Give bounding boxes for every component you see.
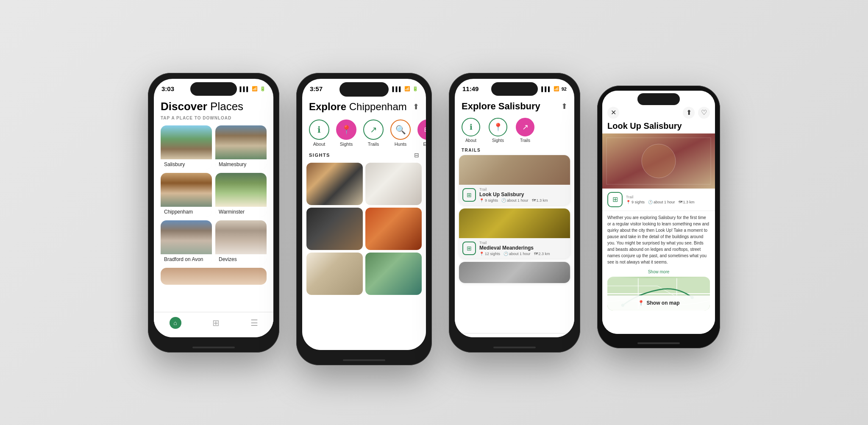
home-indicator-3 (493, 347, 536, 348)
screen-4: ✕ ⬆ ♡ Look Up Salisbury (602, 91, 715, 334)
explore-normal: Chippenham (346, 101, 407, 112)
sight-card-2[interactable] (365, 163, 422, 205)
tab-sights[interactable]: 📍 Sights (336, 119, 356, 147)
home-indicator-2 (343, 359, 385, 361)
filter-icon[interactable]: ⊟ (414, 152, 419, 158)
discover-screen: Discover Places TAP A PLACE TO DOWNLOAD … (154, 100, 273, 337)
place-label-bradford: Bradford on Avon (161, 254, 212, 264)
place-label-malmesbury: Malmesbury (215, 159, 267, 169)
hero-svg (602, 133, 715, 189)
place-card-bradford[interactable]: Bradford on Avon (161, 220, 212, 264)
trail-img-2 (459, 208, 570, 238)
place-img-salisbury (161, 125, 212, 159)
sal-sights-icon: 📍 (489, 118, 507, 136)
place-img-chippenham (161, 173, 212, 207)
tab-events-label: Ev... (423, 142, 426, 147)
sight-img-1 (306, 163, 363, 205)
sal-header: Explore Salisbury ⬆ (455, 99, 574, 114)
sight-card-6[interactable] (365, 253, 422, 295)
trail-card-3[interactable] (459, 262, 570, 283)
trail-img-1 (459, 155, 570, 185)
home-indicator-1 (192, 347, 235, 348)
place-card-warminster[interactable]: Warminster (215, 173, 267, 217)
sight-img-2 (365, 163, 422, 205)
trails-icon: ↗ (363, 119, 384, 140)
place-card-chippenham[interactable]: Chippenham (161, 173, 212, 217)
tab-about[interactable]: ℹ About (309, 119, 329, 147)
trail-time-1: 🕐 about 1 hour (501, 198, 529, 203)
trail-time-2: 🕐 about 1 hour (504, 252, 531, 256)
sal-tab-trails[interactable]: ↗ Trails (516, 118, 534, 143)
nav-grid[interactable]: ⊞ (212, 318, 220, 328)
tab-events[interactable]: Ev Ev... (417, 119, 426, 147)
sight-card-1[interactable] (306, 163, 363, 205)
home-indicator-4 (637, 342, 680, 344)
status-icons-1: ▌▌▌ 📶 🔋 (240, 86, 266, 92)
sal-sights-label: Sights (492, 138, 504, 143)
sal-title: Explore Salisbury (462, 101, 540, 112)
signal-icon-2: ▌▌▌ (392, 86, 402, 92)
share-button[interactable]: ⬆ (413, 102, 419, 111)
place-img-bradford (161, 220, 212, 254)
trail-name-1: Look Up Salisbury (479, 192, 567, 197)
share-button-detail[interactable]: ⬆ (683, 107, 695, 119)
sight-card-3[interactable] (306, 208, 363, 250)
trail-sights-2: 📍 12 sights (479, 252, 500, 256)
sight-card-4[interactable] (365, 208, 422, 250)
map-preview[interactable]: 📍 Show on map (607, 277, 710, 311)
show-on-map-label: Show on map (647, 300, 680, 306)
dynamic-island-4 (637, 93, 680, 105)
place-card-salisbury[interactable]: Salisbury (161, 125, 212, 169)
wifi-icon: 📶 (252, 86, 258, 92)
show-on-map-button[interactable]: 📍 Show on map (607, 295, 710, 311)
detail-trail-meta: 📍 9 sights 🕐 about 1 hour 🗺 1.3 km (626, 200, 695, 204)
home-icon: ⌂ (170, 317, 181, 329)
sal-share-btn[interactable]: ⬆ (561, 102, 568, 111)
explore-chippenham-screen: Explore Chippenham ⬆ ℹ About 📍 Sights ↗ … (302, 99, 426, 350)
detail-trail-details: Trail 📍 9 sights 🕐 about 1 hour 🗺 1.3 km (626, 195, 695, 204)
battery-icon: 🔋 (260, 86, 266, 92)
discover-bold: Discover (161, 100, 207, 113)
discover-subtitle: TAP A PLACE TO DOWNLOAD (161, 116, 267, 120)
screen-2: 3:57 ▌▌▌ 📶 🔋 Explore Chippenham ⬆ ℹ (302, 79, 426, 350)
phone-3: 11:49 ▌▌▌ 📶 92 Explore Salisbury ⬆ ℹ Abo… (449, 73, 580, 353)
screen-3: 11:49 ▌▌▌ 📶 92 Explore Salisbury ⬆ ℹ Abo… (455, 79, 574, 337)
detail-top-actions: ⬆ ♡ (683, 107, 710, 119)
svg-point-2 (642, 144, 676, 178)
detail-trail-type: Trail (626, 195, 695, 199)
time-1: 3:03 (161, 85, 174, 92)
battery-icon-2: 🔋 (412, 86, 418, 92)
detail-hero-image (602, 133, 715, 189)
place-card-devizes[interactable]: Devizes (215, 220, 267, 264)
place-card-malmesbury[interactable]: Malmesbury (215, 125, 267, 169)
nav-home[interactable]: ⌂ (170, 317, 181, 329)
favorite-button[interactable]: ♡ (698, 107, 710, 119)
wifi-icon-3: 📶 (554, 86, 559, 92)
show-more-button[interactable]: Show more (602, 269, 715, 277)
trail-img-3 (459, 262, 570, 283)
place-img-partial (161, 268, 267, 285)
sal-tab-about[interactable]: ℹ About (462, 118, 480, 143)
sight-img-3 (306, 208, 363, 250)
wifi-icon-2: 📶 (404, 86, 410, 92)
trail-card-2[interactable]: ⊞ Trail Medieval Meanderings 📍 12 sights… (459, 208, 570, 258)
trail-card-1[interactable]: ⊞ Trail Look Up Salisbury 📍 9 sights 🕐 a… (459, 155, 570, 205)
tab-trails[interactable]: ↗ Trails (363, 119, 384, 147)
place-label-warminster: Warminster (215, 207, 267, 217)
detail-dist: 🗺 1.3 km (679, 200, 695, 204)
trail-dist-1: 🗺 1.3 km (532, 198, 548, 203)
detail-sights: 📍 9 sights (626, 200, 645, 204)
close-button[interactable]: ✕ (607, 107, 619, 119)
trail-dist-2: 🗺 2.3 km (534, 252, 550, 256)
trail-name-2: Medieval Meanderings (479, 245, 567, 251)
place-label-chippenham: Chippenham (161, 207, 212, 217)
tab-hunts[interactable]: 🔍 Hunts (390, 119, 411, 147)
place-img-malmesbury (215, 125, 267, 159)
status-icons-3: ▌▌▌ 📶 92 (541, 86, 567, 92)
nav-menu[interactable]: ☰ (250, 318, 258, 328)
time-2: 3:57 (310, 85, 323, 92)
sight-card-5[interactable] (306, 253, 363, 295)
sal-tab-sights[interactable]: 📍 Sights (489, 118, 507, 143)
dynamic-island-2 (339, 82, 389, 97)
place-card-partial[interactable] (161, 268, 267, 285)
